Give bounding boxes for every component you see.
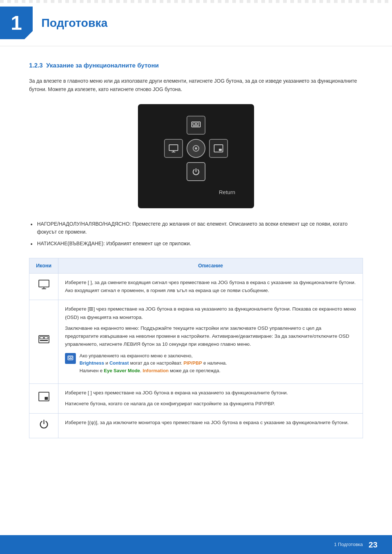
osd-desc-para1: Изберете [⊞] чрез преместване на JOG бут… (65, 305, 356, 321)
diagram-container: Return (29, 104, 363, 208)
svg-rect-10 (219, 149, 222, 151)
note-text: Ако управлението на екранното меню е зак… (79, 352, 227, 375)
table-row: Изберете [ ], за да смените входящия сиг… (29, 273, 363, 300)
svg-rect-16 (44, 337, 48, 339)
pip-btn-icon (209, 139, 228, 158)
desc-cell-power: Изберете [(ψ)], за да изключите монитора… (58, 413, 363, 438)
chapter-title: Подготовка (41, 14, 107, 32)
chapter-number: 1 (0, 7, 33, 39)
note-icon (65, 353, 76, 364)
svg-rect-21 (69, 358, 72, 359)
icon-cell-monitor (29, 273, 58, 300)
svg-rect-3 (193, 126, 199, 126)
col-header-icons: Икони (29, 258, 58, 273)
jog-diagram: Return (138, 104, 254, 208)
icons-table: Икони Описание Изберете [ ], за да смени… (29, 258, 363, 438)
diagram-return-label: Return (155, 188, 237, 197)
osd-desc-para2: Заключване на екранното меню: Поддържайт… (65, 324, 356, 349)
desc-cell-osd: Изберете [⊞] чрез преместване на JOG бут… (58, 300, 363, 384)
diagram-row-middle (164, 139, 228, 158)
desc-cell-pip: Изберете [ ] чрез преместване на JOG бут… (58, 384, 363, 414)
table-header-row: Икони Описание (29, 258, 363, 273)
osd-btn-icon (187, 116, 205, 135)
svg-rect-15 (40, 337, 44, 339)
table-row: Изберете [ ] чрез преместване на JOG бут… (29, 384, 363, 414)
bullet-item-navigate: НАГОРЕ/НАДОЛУ/НАЛЯВО/НАДЯСНО: Преместете… (29, 220, 363, 236)
col-header-description: Описание (58, 258, 363, 273)
main-content: 1.2.3 Указание за функционалните бутони … (0, 61, 392, 475)
diagram-row-bottom (187, 162, 205, 181)
svg-point-8 (195, 147, 197, 149)
svg-rect-1 (193, 123, 196, 125)
note-box: Ако управлението на екранното меню е зак… (65, 352, 356, 375)
chapter-header: 1 Подготовка (0, 0, 392, 46)
input-btn-icon (164, 139, 183, 158)
icon-cell-pip (29, 384, 58, 414)
footer-chapter-label: 1 Подготовка (334, 541, 363, 548)
section-title: 1.2.3 Указание за функционалните бутони (29, 61, 363, 70)
footer-page-number: 23 (369, 539, 377, 551)
diagram-row-top (187, 116, 205, 135)
bullet-item-enter: НАТИСКАНЕ(ВЪВЕЖДАНЕ): Избраният елемент … (29, 239, 363, 247)
header-accent-bar (0, 0, 392, 3)
svg-rect-23 (45, 397, 48, 400)
pip-desc-para2: Натиснете бутона, когато се налага да се… (65, 400, 356, 408)
svg-rect-20 (71, 357, 72, 358)
table-row: Изберете [(ψ)], за да изключите монитора… (29, 413, 363, 438)
svg-rect-4 (169, 145, 178, 151)
svg-rect-2 (196, 123, 199, 125)
svg-rect-17 (40, 340, 48, 341)
bullet-list: НАГОРЕ/НАДОЛУ/НАЛЯВО/НАДЯСНО: Преместете… (29, 220, 363, 248)
table-row: Изберете [⊞] чрез преместване на JOG бут… (29, 300, 363, 384)
page-footer: 1 Подготовка 23 (0, 535, 392, 554)
desc-cell-monitor: Изберете [ ], за да смените входящия сиг… (58, 273, 363, 300)
power-btn-icon (187, 162, 205, 181)
jog-center-icon (187, 139, 205, 158)
pip-desc-para1: Изберете [ ] чрез преместване на JOG бут… (65, 389, 356, 397)
svg-rect-19 (69, 357, 70, 358)
icon-cell-osd (29, 300, 58, 384)
intro-paragraph: За да влезете в главното меню или да изп… (29, 77, 363, 94)
svg-rect-11 (39, 280, 49, 287)
icon-cell-power (29, 413, 58, 438)
